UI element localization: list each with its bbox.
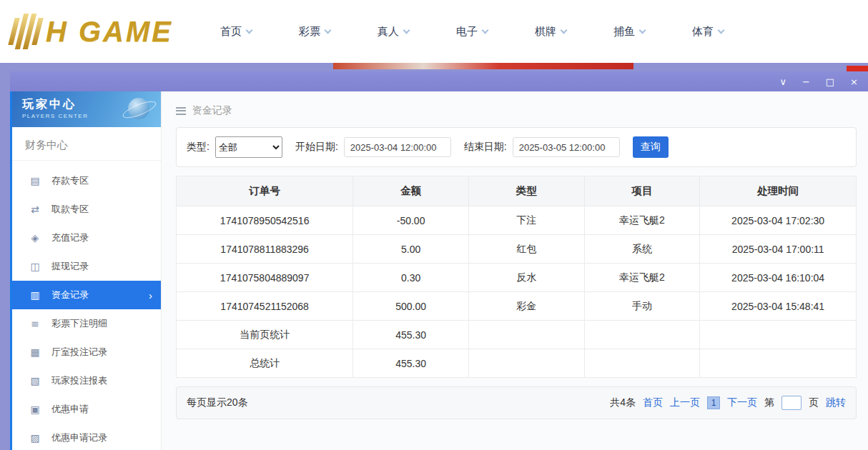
table-cell [700,321,857,349]
jump-button[interactable]: 跳转 [826,396,846,409]
table-cell: 1741078811883296 [177,235,353,264]
table-cell: 1741074521152068 [177,292,353,321]
table-header-cell: 金额 [353,176,469,206]
table-cell: 1741078950542516 [177,206,353,235]
hamburger-icon[interactable] [176,107,186,115]
table-cell: 2025-03-04 17:00:11 [700,235,857,264]
chevron-down-icon [246,26,253,34]
window-titlebar: ∨−□× [10,71,868,91]
table-cell: 0.30 [353,264,469,292]
close-icon[interactable]: × [850,77,858,86]
table-cell: 1741075804889097 [177,264,353,292]
sidebar-item-label: 充值记录 [51,231,89,244]
nav-item-体育[interactable]: 体育 [692,25,724,39]
table-row: 1741074521152068500.00彩金手动2025-03-04 15:… [177,292,857,321]
sidebar-item-厅室投注记录[interactable]: ▦厅室投注记录 [12,338,161,366]
first-page-link[interactable]: 首页 [643,396,663,409]
chevron-down-icon [325,26,332,34]
chevron-down-icon [561,26,568,34]
hall-bet-record-icon: ▦ [29,346,41,358]
table-row: 总统计455.30 [177,349,857,378]
search-button[interactable]: 查询 [633,136,669,158]
start-date-label: 开始日期: [295,141,338,154]
sidebar-item-玩家投注报表[interactable]: ▧玩家投注报表 [12,366,161,395]
breadcrumb: 资金记录 [176,103,857,119]
promo-apply-icon: ▣ [29,404,41,415]
funds-table: 订单号金额类型项目处理时间 1741078950542516-50.00下注幸运… [176,176,857,378]
end-date-input[interactable] [513,137,620,157]
chevron-right-icon: › [149,289,152,301]
site-logo[interactable]: H GAME [11,14,173,49]
minimize-icon[interactable]: − [802,77,810,86]
nav-item-首页[interactable]: 首页 [220,25,252,39]
collapse-icon[interactable]: ∨ [779,77,786,86]
chevron-down-icon [403,26,410,34]
sidebar-item-优惠申请记录[interactable]: ▨优惠申请记录 [12,424,161,450]
window-body: 玩家中心 PLAYERS CENTER 财务中心 ▤存款专区⇄取款专区◈充值记录… [10,91,868,450]
sidebar-item-彩票下注明细[interactable]: ≡彩票下注明细 [12,309,161,338]
type-select[interactable]: 全部 [215,136,282,158]
sidebar-item-存款专区[interactable]: ▤存款专区 [12,166,161,195]
page-jump-input[interactable] [781,396,802,410]
table-cell: 手动 [584,292,700,321]
deposit-icon: ▤ [29,175,41,186]
table-cell: 当前页统计 [177,321,353,349]
sidebar-header: 玩家中心 PLAYERS CENTER [12,91,161,127]
maximize-icon[interactable]: □ [826,77,834,86]
funds-record-icon: ▥ [29,289,41,301]
table-cell: 5.00 [353,235,469,264]
prev-page-link[interactable]: 上一页 [670,396,700,409]
table-cell [468,321,584,349]
sidebar-item-label: 提现记录 [51,260,89,273]
jump-suffix-label: 页 [809,396,819,409]
table-header-row: 订单号金额类型项目处理时间 [177,176,857,206]
table-cell [700,349,857,378]
planet-icon [128,98,149,119]
table-cell: 红包 [468,235,584,264]
type-label: 类型: [187,141,209,154]
table-cell: 455.30 [353,321,469,349]
nav-item-label: 捕鱼 [613,25,635,39]
nav-item-捕鱼[interactable]: 捕鱼 [613,25,645,39]
logo-bars-icon [7,14,44,49]
pager-controls: 共4条 首页 上一页 1 下一页 第 页 跳转 [610,396,846,410]
withdrawal-record-icon: ◫ [29,261,41,272]
sidebar-item-取款专区[interactable]: ⇄取款专区 [12,195,161,224]
nav-item-棋牌[interactable]: 棋牌 [535,25,566,39]
funds-table-wrap: 订单号金额类型项目处理时间 1741078950542516-50.00下注幸运… [176,176,857,378]
table-body: 1741078950542516-50.00下注幸运飞艇22025-03-04 … [177,206,857,378]
table-cell: 系统 [584,235,700,264]
recharge-record-icon: ◈ [29,232,41,244]
nav-item-真人[interactable]: 真人 [378,25,409,39]
sidebar-item-label: 优惠申请 [51,403,89,416]
table-cell [584,349,700,378]
main-pane: 资金记录 类型: 全部 开始日期: 结束日期: 查询 [162,91,868,450]
nav-item-label: 真人 [378,25,399,39]
table-header-cell: 类型 [468,176,584,206]
table-row: 当前页统计455.30 [177,321,857,349]
table-cell: 2025-03-04 16:10:04 [700,264,857,292]
chevron-down-icon [718,26,725,34]
table-header-cell: 处理时间 [700,176,857,206]
withdraw-icon: ⇄ [29,204,41,215]
current-page-badge[interactable]: 1 [707,396,720,409]
start-date-input[interactable] [344,137,451,157]
sidebar-item-优惠申请[interactable]: ▣优惠申请 [12,395,161,424]
nav-item-电子[interactable]: 电子 [456,25,488,39]
table-row: 17410758048890970.30反水幸运飞艇22025-03-04 16… [177,264,857,292]
next-page-link[interactable]: 下一页 [727,396,757,409]
table-cell: -50.00 [353,206,469,235]
main-nav: 首页彩票真人电子棋牌捕鱼体育 [220,25,724,39]
nav-item-label: 首页 [220,25,242,39]
sidebar-item-资金记录[interactable]: ▥资金记录› [12,281,161,309]
sidebar-menu: ▤存款专区⇄取款专区◈充值记录◫提现记录▥资金记录›≡彩票下注明细▦厅室投注记录… [12,161,161,450]
chevron-down-icon [482,26,489,34]
table-cell: 455.30 [353,349,469,378]
chevron-down-icon [639,26,646,34]
table-cell: 2025-03-04 15:48:41 [700,292,857,321]
table-cell [468,349,584,378]
sidebar-item-提现记录[interactable]: ◫提现记录 [12,252,161,281]
nav-item-彩票[interactable]: 彩票 [299,25,330,39]
sidebar-item-充值记录[interactable]: ◈充值记录 [12,224,161,252]
table-cell: 总统计 [177,349,353,378]
